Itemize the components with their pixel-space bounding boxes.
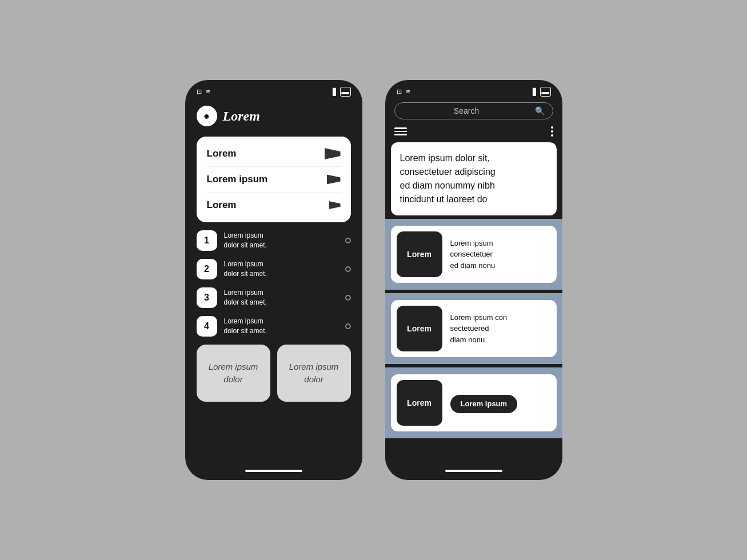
menu-card: Lorem Lorem ipsum Lorem bbox=[197, 137, 351, 222]
wifi-icon-2: ≋ bbox=[405, 88, 410, 95]
card-thumb-label-1: Lorem bbox=[407, 250, 432, 259]
bottom-cards: Lorem ipsum dolor Lorem ipsum dolor bbox=[197, 345, 351, 402]
more-menu-button[interactable] bbox=[551, 126, 553, 137]
search-icon: 🔍 bbox=[535, 106, 545, 115]
card-thumb-label-3: Lorem bbox=[407, 398, 432, 407]
menu-item-arrow-1 bbox=[325, 148, 341, 159]
menu-item-label-1: Lorem bbox=[207, 148, 237, 159]
list-num-badge-3: 3 bbox=[197, 287, 217, 308]
hamburger-menu[interactable] bbox=[394, 127, 407, 135]
more-dot-3 bbox=[551, 134, 553, 137]
list-cards-area: Lorem Lorem ipsumconsectetuered diam non… bbox=[385, 219, 562, 464]
wifi-icon: ≋ bbox=[205, 88, 210, 95]
app-icon: ● bbox=[197, 106, 217, 126]
camera-icon-2: ⊡ bbox=[397, 88, 402, 95]
phone1-main: ● Lorem Lorem Lorem ipsum Lorem 1 Lo bbox=[185, 100, 362, 464]
card-stripe-3: Lorem Lorem ipsum bbox=[385, 367, 562, 438]
menu-sep-1 bbox=[207, 166, 341, 167]
home-indicator-2 bbox=[445, 470, 502, 472]
card-thumb-3: Lorem bbox=[397, 380, 442, 426]
bottom-card-text-2: Lorem ipsum dolor bbox=[286, 361, 342, 386]
list-dot-3 bbox=[345, 295, 351, 301]
card-thumb-label-2: Lorem bbox=[407, 324, 432, 333]
app-header: ● Lorem bbox=[197, 106, 351, 126]
list-num-badge-1: 1 bbox=[197, 230, 217, 251]
list-dot-1 bbox=[345, 238, 351, 243]
list-item-text-4: Lorem ipsumdolor sit amet, bbox=[224, 317, 338, 336]
list-card-3[interactable]: Lorem Lorem ipsum bbox=[391, 374, 557, 431]
card-info-3: Lorem ipsum bbox=[450, 393, 551, 413]
signal-icon: ▋ bbox=[333, 88, 338, 96]
battery-icon-2: ▬ bbox=[540, 87, 551, 97]
hamburger-line-1 bbox=[394, 127, 407, 129]
card-thumb-1: Lorem bbox=[397, 231, 442, 277]
menu-item-arrow-2 bbox=[327, 175, 341, 185]
menu-item-3[interactable]: Lorem bbox=[207, 196, 341, 214]
list-item-1[interactable]: 1 Lorem ipsumdolor sit amet, bbox=[197, 230, 351, 251]
more-dot-1 bbox=[551, 126, 553, 129]
list-dot-2 bbox=[345, 266, 351, 272]
card-stripe-1: Lorem Lorem ipsumconsectetuered diam non… bbox=[385, 219, 562, 290]
card-stripe-2: Lorem Lorem ipsum consectetuereddiam non… bbox=[385, 293, 562, 364]
search-placeholder: Search bbox=[403, 106, 530, 115]
list-item-2[interactable]: 2 Lorem ipsumdolor sit amet, bbox=[197, 259, 351, 279]
list-item-text-2: Lorem ipsumdolor sit amet, bbox=[224, 259, 338, 279]
status-left-1: ⊡ ≋ bbox=[197, 88, 210, 95]
card-info-1: Lorem ipsumconsectetuered diam nonu bbox=[450, 238, 551, 271]
search-bar-wrap: Search 🔍 bbox=[385, 100, 562, 124]
toolbar bbox=[385, 124, 562, 142]
hero-card: Lorem ipsum dolor sit, consectetuer adip… bbox=[391, 142, 557, 215]
menu-item-arrow-3 bbox=[329, 201, 341, 209]
card-info-2: Lorem ipsum consectetuereddiam nonu bbox=[450, 312, 551, 346]
battery-icon: ▬ bbox=[340, 87, 351, 97]
menu-item-label-2: Lorem ipsum bbox=[207, 174, 268, 185]
list-item-text-3: Lorem ipsumdolor sit amet, bbox=[224, 288, 338, 307]
list-dot-4 bbox=[345, 323, 351, 329]
app-title: Lorem bbox=[223, 109, 260, 124]
bottom-card-text-1: Lorem ipsum dolor bbox=[206, 361, 261, 386]
list-item-4[interactable]: 4 Lorem ipsumdolor sit amet, bbox=[197, 316, 351, 337]
status-bar-2: ⊡ ≋ ▋ ▬ bbox=[385, 80, 562, 100]
hamburger-line-3 bbox=[394, 134, 407, 135]
home-indicator-1 bbox=[245, 470, 302, 472]
status-right-1: ▋ ▬ bbox=[333, 87, 351, 97]
more-dot-2 bbox=[551, 130, 553, 133]
list-item-3[interactable]: 3 Lorem ipsumdolor sit amet, bbox=[197, 287, 351, 308]
status-bar-1: ⊡ ≋ ▋ ▬ bbox=[185, 80, 362, 100]
list-num-badge-2: 2 bbox=[197, 259, 217, 279]
phone-1: ⊡ ≋ ▋ ▬ ● Lorem Lorem Lorem ipsum bbox=[185, 80, 362, 480]
list-card-1[interactable]: Lorem Lorem ipsumconsectetuered diam non… bbox=[391, 226, 557, 283]
card-thumb-2: Lorem bbox=[397, 306, 442, 351]
menu-item-1[interactable]: Lorem bbox=[207, 145, 341, 163]
menu-sep-2 bbox=[207, 192, 341, 193]
menu-item-label-3: Lorem bbox=[207, 199, 237, 211]
bottom-card-2[interactable]: Lorem ipsum dolor bbox=[277, 345, 351, 402]
phone-2: ⊡ ≋ ▋ ▬ Search 🔍 bbox=[385, 80, 562, 480]
search-bar[interactable]: Search 🔍 bbox=[394, 102, 553, 119]
menu-item-2[interactable]: Lorem ipsum bbox=[207, 170, 341, 189]
status-left-2: ⊡ ≋ bbox=[397, 88, 410, 95]
status-right-2: ▋ ▬ bbox=[533, 87, 551, 97]
bottom-card-1[interactable]: Lorem ipsum dolor bbox=[197, 345, 270, 402]
camera-icon: ⊡ bbox=[197, 88, 202, 95]
hamburger-line-2 bbox=[394, 131, 407, 133]
list-num-badge-4: 4 bbox=[197, 316, 217, 337]
signal-icon-2: ▋ bbox=[533, 88, 538, 96]
list-card-2[interactable]: Lorem Lorem ipsum consectetuereddiam non… bbox=[391, 300, 557, 357]
hero-text: Lorem ipsum dolor sit, consectetuer adip… bbox=[400, 151, 548, 206]
card-action-button[interactable]: Lorem ipsum bbox=[450, 395, 518, 413]
list-item-text-1: Lorem ipsumdolor sit amet, bbox=[224, 231, 338, 250]
phone2-main: Search 🔍 Lorem ipsum dolor sit, consecte… bbox=[385, 100, 562, 464]
